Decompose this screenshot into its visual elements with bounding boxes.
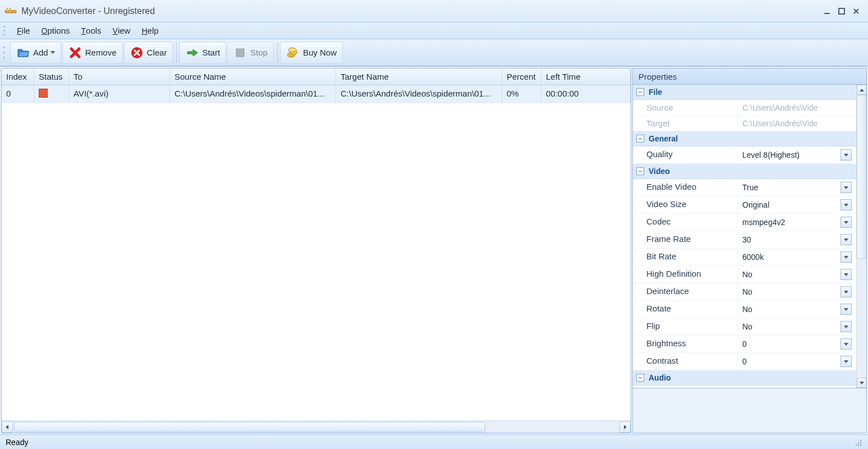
cell-percent: 0% [502,85,541,103]
col-source[interactable]: Source Name [170,68,336,85]
dropdown-button[interactable] [841,217,852,228]
svg-point-13 [856,444,857,446]
prop-target: Target C:\Users\Andrés\Vide [633,116,856,131]
svg-rect-6 [236,49,244,57]
dropdown-button[interactable] [841,304,852,315]
toolbar-grip[interactable] [3,45,8,61]
dropdown-button[interactable] [841,269,852,280]
prop-rotate[interactable]: RotateNo [633,301,856,318]
horizontal-scrollbar[interactable] [2,420,631,433]
svg-point-12 [860,442,862,443]
dropdown-button[interactable] [841,251,852,263]
folder-open-icon [16,46,30,59]
list-header: Index Status To Source Name Target Name … [2,68,631,85]
list-body[interactable]: 0 AVI(*.avi) C:\Users\Andrés\Videos\spid… [2,85,631,420]
collapse-icon[interactable]: − [636,374,644,382]
svg-rect-3 [824,13,830,14]
cell-index: 0 [2,85,34,103]
vscroll-thumb[interactable] [857,95,866,259]
scroll-left-button[interactable] [2,421,13,433]
menubar-grip[interactable] [3,25,8,36]
col-target[interactable]: Target Name [336,68,502,85]
collapse-icon[interactable]: − [636,88,644,96]
prop-deinterlace[interactable]: DeinterlaceNo [633,283,856,301]
close-button[interactable] [849,5,864,17]
prop-flip[interactable]: FlipNo [633,318,856,336]
col-left[interactable]: Left Time [541,68,631,85]
scroll-down-button[interactable] [857,378,866,388]
titlebar: MyVideoConverter - Unregistered [0,0,868,22]
toolbar-separator-2 [277,43,278,63]
dropdown-button[interactable] [841,199,852,210]
properties-panel: Properties −File Source C:\Users\Andrés\… [632,68,867,433]
table-row[interactable]: 0 AVI(*.avi) C:\Users\Andrés\Videos\spid… [2,85,631,103]
stop-button[interactable]: Stop [227,42,274,64]
resize-grip-icon[interactable] [853,438,862,447]
cell-to: AVI(*.avi) [69,85,170,103]
col-index[interactable]: Index [2,68,34,85]
scroll-track[interactable] [14,422,618,432]
menu-help[interactable]: Help [136,24,164,38]
main-area: Index Status To Source Name Target Name … [0,66,868,434]
col-percent[interactable]: Percent [502,68,541,85]
dropdown-button[interactable] [841,234,852,245]
category-file[interactable]: −File [633,85,856,100]
svg-point-9 [288,48,296,52]
coins-icon [286,46,300,59]
start-button[interactable]: Start [179,42,226,64]
col-status[interactable]: Status [34,68,69,85]
prop-quality[interactable]: Quality Level 8(Highest) [633,146,856,164]
menu-file[interactable]: File [11,24,36,38]
properties-detail-pane [632,388,867,433]
maximize-button[interactable] [834,5,849,17]
prop-hd[interactable]: High DefinitionNo [633,266,856,283]
toolbar: Add Remove Clear Start Stop Buy Now [0,39,868,66]
clear-button[interactable]: Clear [124,42,173,64]
buy-now-button[interactable]: Buy Now [280,42,343,64]
category-general[interactable]: −General [633,131,856,146]
buy-now-label: Buy Now [303,48,337,57]
window-title: MyVideoConverter - Unregistered [21,6,820,16]
dropdown-button[interactable] [841,321,852,332]
col-to[interactable]: To [69,68,170,85]
svg-point-14 [858,442,860,443]
conversion-list: Index Status To Source Name Target Name … [1,68,631,433]
prop-brightness[interactable]: Brightness0 [633,336,856,353]
prop-bit-rate[interactable]: Bit Rate6000k [633,249,856,266]
category-audio[interactable]: −Audio [633,370,856,386]
scroll-right-button[interactable] [619,421,631,433]
prop-video-size[interactable]: Video SizeOriginal [633,196,856,214]
stop-label: Stop [250,48,268,57]
collapse-icon[interactable]: − [636,167,644,175]
svg-point-11 [858,444,860,446]
dropdown-button[interactable] [841,182,852,193]
prop-contrast[interactable]: Contrast0 [633,353,856,370]
dropdown-button[interactable] [841,149,852,161]
prop-enable-video[interactable]: Enable VideoTrue [633,179,856,196]
dropdown-button[interactable] [841,356,852,367]
dropdown-button[interactable] [841,286,852,297]
scroll-thumb[interactable] [14,422,485,432]
properties-vscrollbar[interactable] [856,85,866,388]
minimize-button[interactable] [820,5,834,17]
prop-frame-rate[interactable]: Frame Rate30 [633,231,856,249]
status-text: Ready [6,438,28,447]
remove-button[interactable]: Remove [62,42,123,64]
vscroll-track[interactable] [857,95,866,378]
menu-view[interactable]: View [107,24,136,38]
add-button[interactable]: Add [10,42,61,64]
properties-title: Properties [632,68,867,85]
prop-codec[interactable]: Codecmsmpeg4v2 [633,214,856,231]
menu-options[interactable]: Options [36,24,76,38]
prop-source: Source C:\Users\Andrés\Vide [633,100,856,116]
dropdown-button[interactable] [841,338,852,350]
properties-grid: −File Source C:\Users\Andrés\Vide Target… [632,85,867,388]
category-video[interactable]: −Video [633,164,856,179]
collapse-icon[interactable]: − [636,135,644,143]
menu-tools[interactable]: Tools [76,24,107,38]
menubar: File Options Tools View Help [0,22,868,39]
svg-point-10 [860,444,862,446]
remove-label: Remove [85,48,117,57]
scroll-up-button[interactable] [857,85,866,95]
properties-scroll[interactable]: −File Source C:\Users\Andrés\Vide Target… [633,85,856,388]
